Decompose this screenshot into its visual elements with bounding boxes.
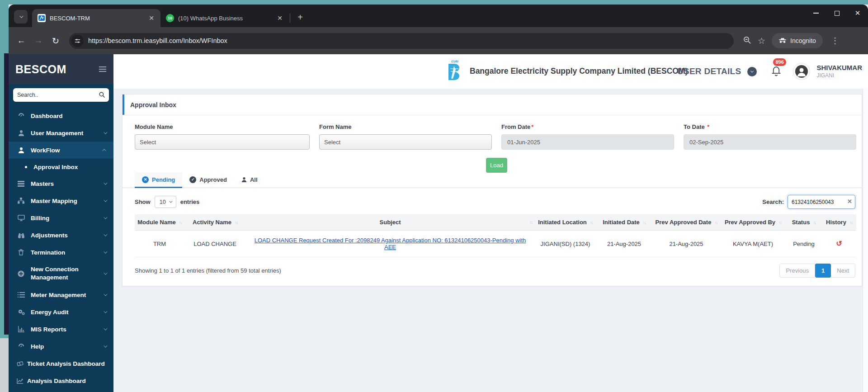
col-prev-approved-by[interactable]: Prev Approved By↑↓ [720,214,786,231]
list-lines-icon [17,292,25,298]
sidebar-item-energy-audit[interactable]: Energy Audit [9,303,113,321]
col-status[interactable]: Status↑↓ [786,214,822,231]
sidebar-item-approval-inbox[interactable]: Approval Inbox [9,159,113,175]
col-history[interactable]: History↑↓ [822,214,856,231]
show-label: Show [135,198,151,205]
bar-chart-icon [17,326,25,332]
clear-search-icon[interactable]: ✕ [847,198,852,205]
search-label: Search: [762,198,784,205]
minimize-button[interactable] [806,5,826,22]
from-date-field: From Date* 01-Jun-2025 [501,123,674,150]
tab-approved[interactable]: ✓ Approved [182,172,234,188]
scrollbar-track[interactable] [863,89,868,392]
chevron-down-icon [104,292,107,296]
from-date-label: From Date* [501,123,674,130]
browser-menu-icon[interactable]: ⋮ [829,36,841,46]
to-date-input[interactable]: 02-Sep-2025 [684,134,856,150]
load-button[interactable]: Load [486,158,507,173]
sort-icon: ↑↓ [529,220,532,225]
incognito-badge: Incognito [772,33,823,48]
sidebar-item-mis-reports[interactable]: MIS Reports [9,321,113,338]
reload-button[interactable]: ↻ [48,33,63,48]
sidebar-item-help[interactable]: Help [9,338,113,355]
main-area: ಬೆವಿಕಂ Bangalore Electricity Supply Comp… [113,54,868,392]
zoom-icon[interactable] [743,36,751,46]
history-icon[interactable]: ↺ [836,240,842,247]
close-window-button[interactable]: ✕ [847,5,868,22]
close-icon[interactable]: ✕ [147,14,156,22]
notifications[interactable]: 896 [770,65,782,79]
browser-toolbar: ← → ↻ https://bescom.trm.ieasybill.com/I… [9,27,868,54]
sort-icon: ↑↓ [849,220,852,225]
page-size-select[interactable]: 10 [155,196,176,208]
desktop-top-strip [0,0,868,5]
required-asterisk: * [707,123,709,130]
tab-all[interactable]: All [234,172,265,188]
chevron-down-icon [104,130,107,134]
col-activity-name[interactable]: Activity Name↑↓ [184,214,245,231]
sidebar-item-termination[interactable]: Termination [9,244,113,261]
sort-icon: ↑↓ [235,220,237,225]
col-initiated-date[interactable]: Initiated Date↑↓ [596,214,652,231]
sidebar-item-dashboard[interactable]: Dashboard [9,107,113,124]
avatar[interactable] [793,63,810,80]
ticket-icon [16,361,24,366]
search-icon[interactable] [99,91,105,100]
form-name-select[interactable]: Select [319,134,492,150]
gears-icon [17,309,25,315]
bookmark-icon[interactable]: ☆ [758,36,765,46]
sidebar-item-billing[interactable]: Billing [9,209,113,227]
address-bar[interactable]: https://bescom.trm.ieasybill.com/Inbox/W… [69,33,734,49]
hamburger-icon[interactable] [99,66,106,72]
sidebar-item-analysis-dashboard[interactable]: Analysis Dashboard [9,372,113,389]
user-details-chevron[interactable] [747,67,757,76]
next-page-button[interactable]: Next [831,264,855,278]
tab-pending[interactable]: ✕ Pending [135,172,182,188]
sidebar-item-masters[interactable]: Masters [9,175,113,192]
sort-icon: ↑↓ [179,220,182,225]
tab-title: (10) WhatsApp Business [178,15,271,22]
back-button[interactable]: ← [14,33,28,48]
col-module-name[interactable]: Module Name↑↓ [135,214,184,231]
col-subject[interactable]: Subject↑↓ [245,214,535,231]
site-settings-icon[interactable] [71,35,84,47]
table-search-input[interactable] [788,195,855,209]
tab-whatsapp[interactable]: 10 (10) WhatsApp Business ✕ [160,9,289,27]
subject-link[interactable]: LOAD CHANGE Request Created For :2098249… [255,237,526,250]
col-prev-approved-date[interactable]: Prev Approved Date↑↓ [652,214,720,231]
sidebar-item-workflow[interactable]: WorkFlow [9,142,113,159]
table-footer: Showing 1 to 1 of 1 entries (filtered fr… [123,257,862,286]
module-name-select[interactable]: Select [135,134,310,150]
bell-icon [770,65,782,77]
to-date-field: To Date * 02-Sep-2025 [684,123,856,150]
page-1-button[interactable]: 1 [815,264,831,278]
filter-row: Module Name Select Form Name Select From… [123,115,862,150]
card-header: Approval Inbox [123,94,862,115]
maximize-button[interactable] [826,5,847,22]
sidebar-item-user-management[interactable]: User Management [9,124,113,142]
sidebar-menu: Dashboard User Management WorkFlow Appro… [9,104,113,389]
sidebar-search-input[interactable] [13,88,109,102]
user-details-label[interactable]: USER DETAILS [677,66,741,76]
col-initiated-location[interactable]: Initiated Location↑↓ [535,214,596,231]
new-tab-button[interactable]: + [294,11,307,24]
tab-bescom-trm[interactable]: BESCOM-TRM ✕ [32,9,160,27]
close-icon[interactable]: ✕ [275,14,284,22]
sidebar-item-new-connection[interactable]: New Connection Management [9,261,113,286]
list-controls: Show 10 entries Search: ✕ [123,188,862,214]
forward-button[interactable]: → [31,33,46,48]
sidebar-item-master-mapping[interactable]: Master Mapping [9,192,113,209]
table-row: TRM LOAD CHANGE LOAD CHANGE Request Crea… [135,231,856,257]
sidebar-item-ticket-analysis[interactable]: Ticket Analysis Dashboard [9,355,113,372]
sidebar-item-meter-management[interactable]: Meter Management [9,286,113,303]
chevron-down-icon [104,215,107,219]
from-date-input[interactable]: 01-Jun-2025 [501,134,674,150]
person-icon [241,177,247,183]
chevron-down-icon [169,200,172,203]
status-tabs: ✕ Pending ✓ Approved All [123,172,862,188]
previous-page-button[interactable]: Previous [779,264,815,278]
tab-search-button[interactable] [14,10,28,24]
desktop-left-bottom [0,338,9,392]
person-icon [795,65,808,78]
sidebar-item-adjustments[interactable]: Adjustments [9,227,113,244]
